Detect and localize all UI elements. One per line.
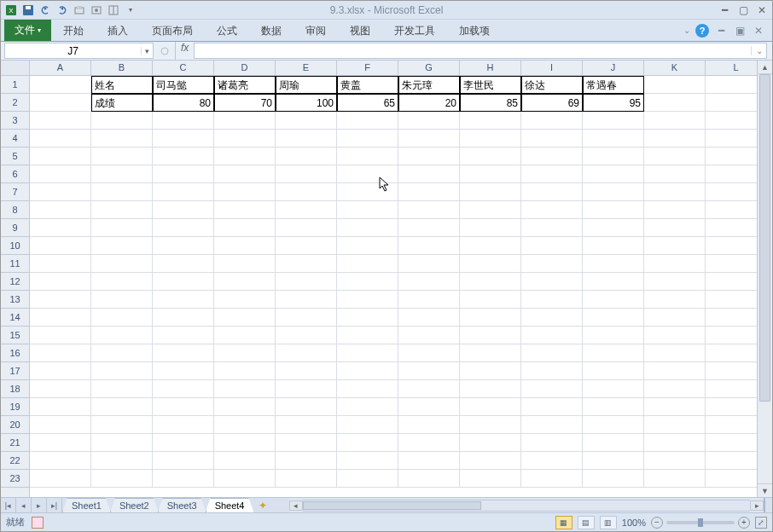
zoom-slider-thumb[interactable] (698, 518, 703, 527)
scroll-up-icon[interactable]: ▲ (758, 61, 772, 74)
cell-F4[interactable] (337, 130, 398, 147)
cell-G8[interactable] (398, 201, 460, 219)
cell-K9[interactable] (644, 219, 706, 237)
cell-A2[interactable] (30, 94, 91, 112)
ribbon-tab-1[interactable]: 插入 (96, 20, 140, 41)
cell-I12[interactable] (521, 273, 583, 291)
row-header-6[interactable]: 6 (1, 165, 29, 183)
cell-C13[interactable] (153, 291, 214, 309)
cell-D2[interactable]: 70 (214, 94, 276, 112)
cell-F15[interactable] (337, 327, 398, 344)
cell-A7[interactable] (30, 183, 91, 201)
scroll-left-icon[interactable]: ◂ (289, 500, 303, 511)
row-header-19[interactable]: 19 (1, 398, 29, 416)
cell-D4[interactable] (214, 130, 276, 147)
cell-A9[interactable] (30, 219, 91, 237)
cell-G19[interactable] (398, 398, 460, 416)
hscroll-thumb[interactable] (303, 501, 482, 510)
cell-I9[interactable] (521, 219, 583, 237)
cell-H16[interactable] (460, 344, 521, 362)
cell-I20[interactable] (521, 416, 583, 434)
cell-B5[interactable] (91, 147, 153, 165)
cell-G20[interactable] (398, 416, 460, 434)
cell-J4[interactable] (583, 130, 644, 147)
cell-H8[interactable] (460, 201, 521, 219)
cell-I15[interactable] (521, 327, 583, 344)
zoom-percent[interactable]: 100% (622, 518, 646, 528)
row-header-4[interactable]: 4 (1, 130, 29, 147)
cell-J8[interactable] (583, 201, 644, 219)
cell-H13[interactable] (460, 291, 521, 309)
cell-J1[interactable]: 常遇春 (583, 76, 644, 94)
cell-J6[interactable] (583, 165, 644, 183)
cell-B3[interactable] (91, 112, 153, 130)
cell-B9[interactable] (91, 219, 153, 237)
cell-K21[interactable] (644, 434, 706, 452)
cell-J23[interactable] (583, 470, 644, 488)
cell-F3[interactable] (337, 112, 398, 130)
cell-A4[interactable] (30, 130, 91, 147)
zoom-out-button[interactable]: − (651, 517, 663, 529)
cell-H2[interactable]: 85 (460, 94, 521, 112)
cell-E22[interactable] (276, 452, 337, 470)
cell-K7[interactable] (644, 183, 706, 201)
cell-B17[interactable] (91, 362, 153, 380)
row-header-5[interactable]: 5 (1, 147, 29, 165)
cell-B13[interactable] (91, 291, 153, 309)
column-header-E[interactable]: E (276, 61, 337, 75)
cell-D16[interactable] (214, 344, 276, 362)
cell-K1[interactable] (644, 76, 706, 94)
sheet-nav-first-icon[interactable]: |◂ (1, 498, 16, 512)
column-header-H[interactable]: H (460, 61, 521, 75)
column-header-J[interactable]: J (583, 61, 644, 75)
cell-J14[interactable] (583, 309, 644, 327)
cell-C23[interactable] (153, 470, 214, 488)
cell-E17[interactable] (276, 362, 337, 380)
cell-D7[interactable] (214, 183, 276, 201)
cell-H5[interactable] (460, 147, 521, 165)
cell-K6[interactable] (644, 165, 706, 183)
cell-D21[interactable] (214, 434, 276, 452)
zoom-in-button[interactable]: + (738, 517, 750, 529)
row-header-10[interactable]: 10 (1, 237, 29, 255)
cell-I7[interactable] (521, 183, 583, 201)
ribbon-tab-5[interactable]: 审阅 (294, 20, 338, 41)
ribbon-tab-7[interactable]: 开发工具 (382, 20, 447, 41)
row-header-20[interactable]: 20 (1, 416, 29, 434)
cell-C6[interactable] (153, 165, 214, 183)
split-handle[interactable] (764, 498, 772, 512)
cell-D9[interactable] (214, 219, 276, 237)
formula-expand-icon[interactable]: ⌄ (751, 46, 766, 55)
cell-A11[interactable] (30, 255, 91, 273)
cell-E8[interactable] (276, 201, 337, 219)
cell-K15[interactable] (644, 327, 706, 344)
cell-J10[interactable] (583, 237, 644, 255)
cell-H10[interactable] (460, 237, 521, 255)
sheet-tab-sheet4[interactable]: Sheet4 (206, 498, 254, 512)
cell-D8[interactable] (214, 201, 276, 219)
cell-C20[interactable] (153, 416, 214, 434)
cell-C11[interactable] (153, 255, 214, 273)
cell-I2[interactable]: 69 (521, 94, 583, 112)
cell-I6[interactable] (521, 165, 583, 183)
cell-K2[interactable] (644, 94, 706, 112)
cell-B16[interactable] (91, 344, 153, 362)
ribbon-tab-4[interactable]: 数据 (249, 20, 294, 41)
cell-A17[interactable] (30, 362, 91, 380)
cell-I18[interactable] (521, 380, 583, 398)
cell-B21[interactable] (91, 434, 153, 452)
ribbon-tab-2[interactable]: 页面布局 (140, 20, 205, 41)
zoom-slider[interactable] (666, 521, 735, 524)
cell-H23[interactable] (460, 470, 521, 488)
cell-K3[interactable] (644, 112, 706, 130)
cell-E4[interactable] (276, 130, 337, 147)
cell-G17[interactable] (398, 362, 460, 380)
cell-H19[interactable] (460, 398, 521, 416)
row-header-18[interactable]: 18 (1, 380, 29, 398)
macro-recording-icon[interactable] (32, 517, 44, 529)
cell-G12[interactable] (398, 273, 460, 291)
workbook-close-button[interactable]: ✕ (752, 24, 765, 38)
cell-I4[interactable] (521, 130, 583, 147)
fx-icon[interactable]: fx (176, 42, 194, 60)
column-header-K[interactable]: K (644, 61, 706, 75)
